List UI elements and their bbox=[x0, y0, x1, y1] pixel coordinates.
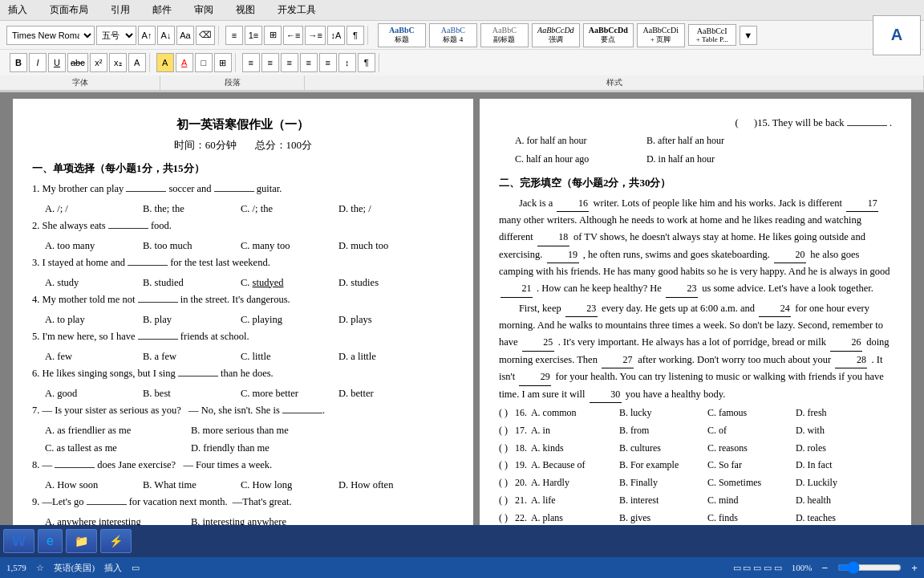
menu-developer[interactable]: 开发工具 bbox=[273, 2, 321, 18]
multilevel-btn[interactable]: ⊞ bbox=[264, 26, 282, 45]
menu-mailings[interactable]: 邮件 bbox=[148, 2, 176, 18]
layout-icon: ▭ bbox=[132, 563, 140, 573]
style-table[interactable]: AaBbCcI + Table P... bbox=[688, 24, 736, 46]
style-subtitle[interactable]: AaBbC 副标题 bbox=[480, 23, 529, 47]
q6-options: A. goodB. bestC. more betterD. better bbox=[42, 385, 454, 402]
q15-text: )15. They will be back . bbox=[754, 117, 892, 128]
style-title[interactable]: AaBbC 标题 bbox=[378, 23, 426, 47]
taskbar-folder-btn[interactable]: 📁 bbox=[66, 529, 97, 553]
line-spacing-btn[interactable]: ↕ bbox=[338, 53, 356, 72]
choice-22: ( )22. A. plansB. givesC. findsD. teache… bbox=[499, 511, 892, 527]
zoom-in-btn[interactable]: + bbox=[911, 562, 918, 574]
taskbar-ie-btn[interactable]: e bbox=[38, 529, 63, 553]
show-hide-btn[interactable]: ¶ bbox=[358, 53, 375, 72]
q7-options: A. as friendlier as meB. more serious th… bbox=[42, 421, 454, 439]
zoom-out-btn[interactable]: − bbox=[821, 562, 828, 574]
underline-btn[interactable]: U bbox=[48, 53, 66, 72]
styles-area: AaBbC 标题 AaBbC 标题 4 AaBbC 副标题 AaBbCcDd 强… bbox=[371, 22, 869, 49]
ribbon-section-labels: 字体 段落 样式 bbox=[0, 75, 924, 91]
choice-17: ( )17. A. inB. fromC. ofD. with bbox=[499, 423, 892, 439]
clear-format-btn[interactable]: ⌫ bbox=[196, 26, 215, 45]
font-size-select[interactable]: 五号 bbox=[96, 26, 136, 45]
menu-layout[interactable]: 页面布局 bbox=[45, 2, 93, 18]
pilcrow-btn[interactable]: ¶ bbox=[346, 26, 364, 45]
border-btn[interactable]: □ bbox=[195, 53, 213, 72]
numbering-btn[interactable]: 1≡ bbox=[245, 26, 262, 45]
left-page: 初一英语寒假作业（一） 时间：60分钟 总分：100分 一、单项选择（每小题1分… bbox=[13, 99, 473, 539]
font-color-btn[interactable]: A bbox=[176, 53, 193, 72]
grow-font-btn[interactable]: A↑ bbox=[138, 26, 156, 45]
superscript-btn[interactable]: x² bbox=[90, 53, 107, 72]
zoom-level: 100% bbox=[792, 563, 813, 572]
section-paragraph: 段落 bbox=[160, 75, 305, 90]
choice-18: ( )18. A. kindsB. culturesC. reasonsD. r… bbox=[499, 441, 892, 457]
taskbar-word-btn[interactable]: W bbox=[3, 529, 34, 553]
section2-title: 二、完形填空（每小题2分，共30分） bbox=[499, 174, 892, 191]
style-title4[interactable]: AaBbC 标题 4 bbox=[429, 23, 477, 47]
font-group: Times New Roman 五号 A↑ A↓ Aa ⌫ bbox=[3, 26, 219, 45]
page-container: 初一英语寒假作业（一） 时间：60分钟 总分：100分 一、单项选择（每小题1分… bbox=[0, 92, 924, 546]
sort-btn[interactable]: ↕A bbox=[327, 26, 345, 45]
italic-btn[interactable]: I bbox=[29, 53, 47, 72]
highlight-btn[interactable]: A bbox=[156, 53, 174, 72]
q8-options: A. How soonB. What timeC. How longD. How… bbox=[42, 476, 454, 494]
bullets-btn[interactable]: ≡ bbox=[225, 26, 243, 45]
layout-btns: ▭ ▭ ▭ ▭ ▭ bbox=[733, 563, 782, 573]
align-center-btn[interactable]: ≡ bbox=[261, 53, 279, 72]
ribbon: Times New Roman 五号 A↑ A↓ Aa ⌫ ≡ 1≡ ⊞ ←≡ … bbox=[0, 21, 924, 92]
font-style-btn[interactable]: A bbox=[128, 53, 146, 72]
passage-para2: First, keep 23 every day. He gets up at … bbox=[499, 300, 892, 403]
more-styles-btn[interactable]: ▼ bbox=[740, 26, 757, 45]
q4-options: A. to playB. playC. playingD. plays bbox=[42, 311, 454, 328]
question-3: 3. I stayed at home and for the test las… bbox=[32, 254, 454, 271]
question-7: 7. — Is your sister as serious as you? —… bbox=[32, 402, 454, 418]
question-9: 9. —Let's go for vacation next month. —T… bbox=[32, 494, 454, 510]
choice-19: ( )19. A. Because ofB. For exampleC. So … bbox=[499, 458, 892, 474]
subscript-btn[interactable]: x₂ bbox=[109, 53, 127, 72]
indent-left-btn[interactable]: ←≡ bbox=[283, 26, 303, 45]
zoom-slider[interactable] bbox=[837, 561, 902, 574]
q15-num: ( bbox=[736, 117, 739, 128]
shrink-font-btn[interactable]: A↓ bbox=[157, 26, 175, 45]
choice-20: ( )20. A. HardlyB. FinallyC. SometimesD.… bbox=[499, 475, 892, 491]
justify-btn[interactable]: ≡ bbox=[300, 53, 318, 72]
menu-view[interactable]: 视图 bbox=[231, 2, 260, 18]
shading-btn[interactable]: ⊞ bbox=[214, 53, 232, 72]
distributed-btn[interactable]: ≡ bbox=[319, 53, 337, 72]
highlight-group: A A □ ⊞ bbox=[153, 53, 236, 72]
q15-space bbox=[741, 117, 752, 128]
q5-options: A. fewB. a fewC. littleD. a little bbox=[42, 348, 454, 365]
star-icon: ☆ bbox=[36, 563, 44, 573]
section1-title: 一、单项选择（每小题1分，共15分） bbox=[32, 161, 454, 177]
q3-options: A. studyB. studiedC. studyedD. studies bbox=[42, 274, 454, 291]
indent-right-btn[interactable]: →≡ bbox=[305, 26, 325, 45]
bold-btn[interactable]: B bbox=[10, 53, 27, 72]
section-font: 字体 bbox=[0, 75, 160, 90]
align-right-btn[interactable]: ≡ bbox=[281, 53, 298, 72]
menu-references[interactable]: 引用 bbox=[106, 2, 135, 18]
question-8: 8. — does Jane exercise? — Four times a … bbox=[32, 457, 454, 473]
change-styles-btn[interactable]: A bbox=[873, 15, 921, 55]
choice-21: ( )21. A. lifeB. interestC. mindD. healt… bbox=[499, 493, 892, 509]
align-left-btn[interactable]: ≡ bbox=[242, 53, 260, 72]
style-emphasis[interactable]: AaBbCcDd 强调 bbox=[532, 23, 580, 47]
q2-options: A. too manyB. too muchC. many tooD. much… bbox=[42, 237, 454, 254]
menu-review[interactable]: 审阅 bbox=[189, 2, 218, 18]
doc-subtitle: 时间：60分钟 总分：100分 bbox=[32, 137, 454, 154]
question-5: 5. I'm new here, so I have friends at sc… bbox=[32, 328, 454, 344]
paragraph-align-group: ≡ ≡ ≡ ≡ ≡ ↕ ¶ bbox=[239, 53, 379, 72]
strikethrough-btn[interactable]: abc bbox=[67, 53, 88, 72]
menu-bar: 插入 页面布局 引用 邮件 审阅 视图 开发工具 bbox=[0, 0, 924, 21]
change-case-btn[interactable]: Aa bbox=[176, 26, 194, 45]
question-4: 4. My mother told me not in the street. … bbox=[32, 291, 454, 307]
doc-title: 初一英语寒假作业（一） bbox=[32, 115, 454, 134]
menu-insert[interactable]: 插入 bbox=[3, 2, 32, 18]
style-keypoint[interactable]: AaBbCcDd 要点 bbox=[583, 23, 634, 47]
font-family-select[interactable]: Times New Roman bbox=[6, 26, 95, 45]
section-styles: 样式 bbox=[305, 75, 924, 90]
passage-para1: Jack is a 16 writer. Lots of people like… bbox=[499, 195, 892, 298]
taskbar-app1-btn[interactable]: ⚡ bbox=[100, 529, 132, 553]
status-bar: 1,579 ☆ 英语(美国) 插入 ▭ ▭ ▭ ▭ ▭ ▭ 100% − + bbox=[0, 557, 924, 578]
style-footer[interactable]: AaBbCcDi + 页脚 bbox=[637, 23, 685, 47]
choice-16: ( )16. A. commonB. luckyC. famousD. fres… bbox=[499, 405, 892, 421]
